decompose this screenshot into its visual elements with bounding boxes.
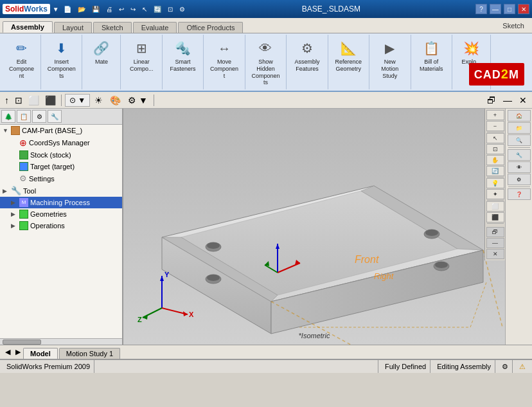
tab-layout[interactable]: Layout [54, 22, 92, 33]
view-shaded[interactable]: ⬛ [43, 94, 58, 107]
tab-sketch[interactable]: Sketch [93, 22, 132, 33]
tab-navigation-next[interactable]: ▶ [13, 347, 23, 357]
tree-item-geometries[interactable]: ▶ Geometries [0, 208, 122, 220]
property-tab[interactable]: 📋 [17, 110, 31, 123]
options-btn[interactable]: ⚙ [177, 2, 187, 16]
3d-viewport[interactable]: Y X Z [123, 109, 505, 345]
view-options[interactable]: ⚙ ▼ [125, 94, 150, 107]
coordsys-icon: ⊕ [19, 138, 27, 148]
vt-zoom-out[interactable]: − [486, 121, 504, 131]
editing-mode: Editing Assembly [433, 360, 495, 373]
rt-parts[interactable]: 🔧 [508, 149, 531, 161]
sw-dropdown-arrow[interactable]: ▼ [53, 6, 59, 13]
reference-geometry-btn[interactable]: 📐 Reference Geometry [331, 36, 366, 75]
save-btn[interactable]: 💾 [90, 2, 102, 16]
rt-view[interactable]: 👁 [508, 161, 531, 173]
vt-rotate[interactable]: 🔄 [486, 166, 504, 176]
expand-icon-cam-part: ▼ [3, 127, 9, 134]
tool-label: Tool [23, 187, 36, 195]
tab-assembly[interactable]: Assembly [3, 21, 53, 33]
smart-fasteners-btn[interactable]: 🔩 Smart Fasteners [165, 36, 200, 75]
vt-display[interactable]: ⬜ [486, 201, 504, 212]
tree-item-coordsys[interactable]: ⊕ CoordSys Manager [0, 136, 122, 149]
vt-zoom-in[interactable]: + [486, 110, 504, 120]
tree-item-tool[interactable]: ▶ 🔧 Tool [0, 185, 122, 197]
vt-star[interactable]: ✦ [486, 189, 504, 199]
ribbon-tabbar: Assembly Layout Sketch Evaluate Office P… [0, 18, 532, 33]
light-btn[interactable]: ☀ [92, 94, 105, 107]
rt-help[interactable]: ❓ [508, 188, 531, 200]
view-dropdown[interactable]: ⊙ ▼ [65, 94, 90, 107]
panel-scrollbar[interactable] [0, 338, 122, 345]
maximize-btn[interactable]: □ [504, 4, 515, 14]
move-component-btn[interactable]: ↔ Move Component [206, 36, 242, 81]
tree-item-machining-process[interactable]: ▶ M Machining Process [0, 197, 122, 208]
close-btn[interactable]: ✕ [518, 4, 529, 14]
warning-status-icon: ⚠ [519, 363, 526, 371]
undo-btn[interactable]: ↩ [117, 2, 126, 16]
show-hidden-icon: 👁 [255, 38, 276, 59]
vt-shaded[interactable]: ⬛ [486, 212, 504, 222]
settings-icon-tree: ⚙ [19, 174, 27, 183]
new-motion-study-btn[interactable]: ▶ New Motion Study [372, 36, 407, 81]
ribbon-group-edit-component: ✏ EditComponent [3, 35, 41, 89]
rt-home[interactable]: 🏠 [508, 110, 531, 122]
window-minimize[interactable]: — [501, 94, 515, 107]
rt-settings[interactable]: ⚙ [508, 174, 531, 185]
settings-status-btn[interactable]: ⚙ [498, 360, 513, 373]
minimize-btn[interactable]: — [490, 4, 501, 14]
assembly-features-btn[interactable]: ⚙ Assembly Features [289, 36, 324, 75]
help-btn[interactable]: ? [475, 4, 487, 14]
vt-separator-3 [487, 200, 504, 201]
select-btn[interactable]: ↖ [140, 2, 149, 16]
tree-item-stock[interactable]: Stock (stock) [0, 149, 122, 161]
bottom-tab-motion-study[interactable]: Motion Study 1 [59, 348, 120, 359]
warning-status-btn[interactable]: ⚠ [515, 360, 529, 373]
viewport-right-toolbar: + − ↖ ⊡ ✋ 🔄 💡 ✦ ⬜ ⬛ 🗗 — ✕ [484, 109, 505, 260]
view-normal[interactable]: ⊡ [13, 94, 24, 107]
tree-item-operations[interactable]: ▶ Operations [0, 220, 122, 231]
zoom-fit-btn[interactable]: ⊡ [166, 2, 175, 16]
redo-btn[interactable]: ↪ [129, 2, 137, 16]
insert-components-icon: ⬇ [51, 38, 72, 59]
rt-search[interactable]: 🔍 [508, 134, 531, 146]
window-restore[interactable]: 🗗 [484, 94, 499, 107]
feature-tree-tab[interactable]: 🌲 [1, 110, 15, 123]
settings-label: Settings [29, 175, 55, 183]
cad2m-logo: CAD2M [469, 63, 524, 86]
mate-btn[interactable]: 🔗 Mate [86, 36, 117, 68]
vt-win-close[interactable]: ✕ [486, 249, 504, 259]
tab-navigation-prev[interactable]: ◀ [3, 347, 13, 357]
edit-component-btn[interactable]: ✏ EditComponent [5, 36, 38, 81]
view-arrow-up[interactable]: ↑ [3, 94, 11, 107]
tree-item-cam-part[interactable]: ▼ CAM-Part (BASE_) [0, 125, 122, 136]
new-file-btn[interactable]: 📄 [62, 2, 73, 16]
open-btn[interactable]: 📂 [76, 2, 87, 16]
vt-select[interactable]: ↖ [486, 133, 504, 143]
vt-light[interactable]: 💡 [486, 178, 504, 188]
insert-components-label: Insert Components [47, 59, 76, 79]
tab-evaluate[interactable]: Evaluate [133, 22, 177, 33]
tab-office-products[interactable]: Office Products [178, 22, 243, 33]
bill-of-materials-btn[interactable]: 📋 Bill of Materials [414, 36, 449, 75]
print-btn[interactable]: 🖨 [104, 2, 114, 16]
render-btn[interactable]: 🎨 [107, 94, 123, 107]
vt-zoom-box[interactable]: ⊡ [486, 144, 504, 154]
vt-win-restore[interactable]: 🗗 [486, 227, 504, 237]
insert-components-btn[interactable]: ⬇ Insert Components [44, 36, 79, 81]
bottom-tab-model[interactable]: Model [23, 348, 58, 359]
vt-win-minimize[interactable]: — [486, 238, 504, 248]
linear-component-btn[interactable]: ⊞ Linear Compo... [123, 36, 159, 75]
rt-folder[interactable]: 📁 [508, 122, 531, 134]
tree-item-settings[interactable]: ⚙ Settings [0, 172, 122, 185]
show-hidden-btn[interactable]: 👁 Show Hidden Components [248, 36, 283, 88]
vt-pan[interactable]: ✋ [486, 155, 504, 165]
main-content: 🌲 📋 ⚙ 🔧 ▼ CAM-Part (BASE_) ⊕ CoordSys Ma… [0, 109, 532, 345]
view-wireframe[interactable]: ⬜ [26, 94, 41, 107]
cam-tab[interactable]: 🔧 [48, 110, 62, 123]
config-tab[interactable]: ⚙ [32, 110, 46, 123]
rebuild-btn[interactable]: 🔄 [152, 2, 163, 16]
feature-tree-panel: 🌲 📋 ⚙ 🔧 ▼ CAM-Part (BASE_) ⊕ CoordSys Ma… [0, 109, 123, 345]
window-close-inner[interactable]: ✕ [517, 94, 529, 107]
tree-item-target[interactable]: Target (target) [0, 161, 122, 172]
